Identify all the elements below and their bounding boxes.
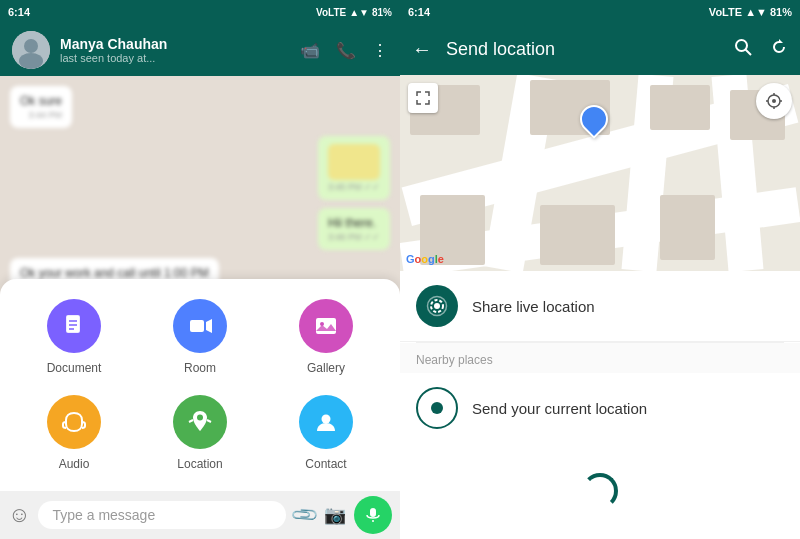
- back-button[interactable]: ←: [412, 38, 432, 61]
- status-bar-left: 6:14 VoLTE ▲▼ 81%: [0, 0, 400, 24]
- refresh-icon[interactable]: [770, 38, 788, 61]
- location-icon-attach: [173, 395, 227, 449]
- chat-header-info: Manya Chauhan last seen today at...: [60, 36, 290, 64]
- svg-marker-21: [779, 39, 783, 43]
- svg-line-14: [189, 420, 193, 422]
- live-location-label: Share live location: [472, 298, 595, 315]
- map-locate-button[interactable]: [756, 83, 792, 119]
- gallery-icon: [299, 299, 353, 353]
- emoji-icon[interactable]: ☺: [8, 502, 30, 528]
- gallery-label: Gallery: [307, 361, 345, 375]
- right-panel: 6:14 VoLTE ▲▼ 81% ← Send location: [400, 0, 800, 539]
- map-area[interactable]: Google: [400, 75, 800, 271]
- chat-header: Manya Chauhan last seen today at... 📹 📞 …: [0, 24, 400, 76]
- attach-contact[interactable]: Contact: [268, 395, 384, 471]
- status-bar-right: 6:14 VoLTE ▲▼ 81%: [400, 0, 800, 24]
- location-label: Location: [177, 457, 222, 471]
- attach-location[interactable]: Location: [142, 395, 258, 471]
- room-label: Room: [184, 361, 216, 375]
- header-action-icons: [734, 38, 788, 61]
- location-dot: [431, 402, 443, 414]
- audio-icon: [47, 395, 101, 449]
- current-location-label: Send your current location: [472, 400, 647, 417]
- chat-header-icons: 📹 📞 ⋮: [300, 41, 388, 60]
- svg-marker-9: [206, 319, 212, 333]
- map-block: [540, 205, 615, 265]
- svg-point-16: [322, 415, 331, 424]
- room-icon: [173, 299, 227, 353]
- svg-point-23: [772, 99, 776, 103]
- message-placeholder: Type a message: [52, 507, 155, 523]
- google-logo: Google: [406, 253, 444, 265]
- audio-label: Audio: [59, 457, 90, 471]
- svg-line-20: [746, 49, 752, 55]
- attachment-menu: Document Room Gallery Audio: [0, 279, 400, 491]
- attachment-icon[interactable]: 📎: [289, 499, 320, 530]
- message-input[interactable]: Type a message: [38, 501, 286, 529]
- svg-point-13: [197, 415, 203, 421]
- svg-point-1: [24, 39, 38, 53]
- message-bubble: Hii there. 3:46 PM ✓✓: [318, 208, 390, 250]
- svg-rect-3: [66, 315, 80, 333]
- status-icons-right: VoLTE ▲▼ 81%: [709, 6, 792, 18]
- document-label: Document: [47, 361, 102, 375]
- current-location-icon: [416, 387, 458, 429]
- loading-spinner: [582, 473, 618, 509]
- contact-icon: [299, 395, 353, 449]
- contact-name: Manya Chauhan: [60, 36, 290, 52]
- contact-label: Contact: [305, 457, 346, 471]
- send-location-header: ← Send location: [400, 24, 800, 75]
- avatar: [12, 31, 50, 69]
- map-block: [650, 85, 710, 130]
- nearby-places-section-label: Nearby places: [400, 343, 800, 373]
- svg-point-19: [736, 40, 747, 51]
- location-options: Share live location Nearby places Send y…: [400, 271, 800, 539]
- camera-icon[interactable]: 📷: [324, 504, 346, 526]
- live-location-icon: [416, 285, 458, 327]
- svg-line-15: [207, 420, 211, 422]
- attach-audio[interactable]: Audio: [16, 395, 132, 471]
- contact-status: last seen today at...: [60, 52, 290, 64]
- send-current-location-row[interactable]: Send your current location: [400, 373, 800, 443]
- document-icon: [47, 299, 101, 353]
- attach-document[interactable]: Document: [16, 299, 132, 375]
- svg-rect-10: [316, 318, 336, 334]
- share-live-location-row[interactable]: Share live location: [400, 271, 800, 342]
- video-call-icon[interactable]: 📹: [300, 41, 320, 60]
- search-icon[interactable]: [734, 38, 752, 61]
- map-block: [660, 195, 715, 260]
- more-options-icon[interactable]: ⋮: [372, 41, 388, 60]
- svg-rect-8: [190, 320, 204, 332]
- attach-room[interactable]: Room: [142, 299, 258, 375]
- svg-point-2: [19, 53, 43, 69]
- svg-point-28: [434, 303, 440, 309]
- attach-gallery[interactable]: Gallery: [268, 299, 384, 375]
- loading-area: [400, 443, 800, 539]
- time-right: 6:14: [408, 6, 430, 18]
- map-expand-button[interactable]: [408, 83, 438, 113]
- status-icons-left: VoLTE ▲▼ 81%: [316, 7, 392, 18]
- mic-button[interactable]: [354, 496, 392, 534]
- message-bubble: Ok sure 3:44 PM: [10, 86, 72, 128]
- send-location-title: Send location: [446, 39, 720, 60]
- input-bar: ☺ Type a message 📎 📷: [0, 491, 400, 539]
- voice-call-icon[interactable]: 📞: [336, 41, 356, 60]
- left-panel: 6:14 VoLTE ▲▼ 81% Manya Chauhan last see…: [0, 0, 400, 539]
- svg-rect-17: [370, 508, 376, 517]
- message-bubble: 3:45 PM ✓✓: [318, 136, 390, 200]
- time-left: 6:14: [8, 6, 30, 18]
